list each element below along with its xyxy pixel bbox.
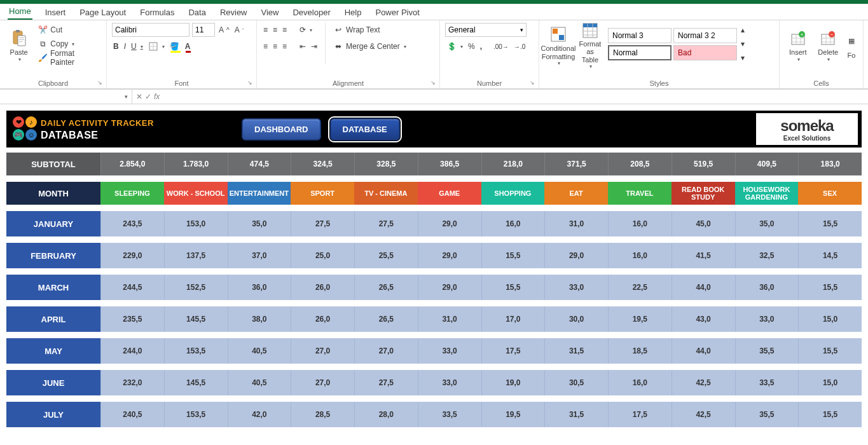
data-cell[interactable]: 27,0 [291, 370, 354, 395]
data-cell[interactable]: 243,5 [100, 211, 164, 236]
align-right-button[interactable]: ≡ [281, 39, 288, 53]
data-cell[interactable]: 45,0 [672, 211, 735, 236]
data-cell[interactable]: 26,0 [291, 306, 354, 332]
data-cell[interactable]: 17,5 [608, 402, 672, 427]
month-label[interactable]: JANUARY [6, 211, 100, 236]
styles-more-button[interactable]: ▾ [740, 51, 746, 65]
data-cell[interactable]: 153,5 [164, 338, 228, 364]
month-label[interactable]: JUNE [6, 370, 100, 395]
data-cell[interactable]: 25,0 [291, 243, 354, 268]
data-cell[interactable]: 15,5 [798, 211, 862, 236]
bold-button[interactable]: B [112, 39, 120, 53]
tab-page-layout[interactable]: Page Layout [78, 5, 127, 20]
data-cell[interactable]: 15,5 [798, 338, 862, 364]
data-cell[interactable]: 16,0 [608, 243, 672, 268]
subtotal-cell[interactable]: 386,5 [418, 153, 481, 175]
data-cell[interactable]: 25,5 [354, 243, 418, 268]
name-box[interactable] [4, 92, 122, 101]
data-cell[interactable]: 137,5 [164, 243, 228, 268]
subtotal-cell[interactable]: 371,5 [544, 153, 608, 175]
decrease-decimal-button[interactable]: →.0 [513, 39, 527, 53]
style-normal-3[interactable]: Normal 3 [608, 28, 672, 43]
subtotal-cell[interactable]: 208,5 [608, 153, 672, 175]
data-cell[interactable]: 27,5 [354, 370, 418, 395]
confirm-edit-button[interactable]: ✓ [145, 92, 151, 101]
data-cell[interactable]: 16,0 [608, 211, 672, 236]
decrease-indent-button[interactable]: ⇤ [298, 39, 307, 53]
data-cell[interactable]: 16,0 [481, 211, 545, 236]
number-format-select[interactable]: General▾ [445, 23, 527, 37]
format-cells-button[interactable]: ▦ Fo [845, 23, 858, 69]
column-header[interactable]: SEX [798, 182, 862, 205]
launcher-icon[interactable]: ↘ [528, 79, 536, 87]
data-cell[interactable]: 22,5 [608, 275, 672, 300]
data-cell[interactable]: 35,5 [735, 402, 799, 427]
data-cell[interactable]: 15,5 [798, 275, 862, 300]
increase-decimal-button[interactable]: .00→ [492, 39, 510, 53]
data-cell[interactable]: 33,0 [735, 306, 799, 332]
data-cell[interactable]: 36,0 [228, 275, 291, 300]
tab-data[interactable]: Data [187, 5, 207, 20]
data-cell[interactable]: 235,5 [100, 306, 164, 332]
database-nav-button[interactable]: DATABASE [330, 118, 400, 140]
subtotal-cell[interactable]: 183,0 [798, 153, 862, 175]
data-cell[interactable]: 41,5 [672, 243, 735, 268]
column-header[interactable]: ENTERTAINMENT [228, 182, 291, 205]
tab-developer[interactable]: Developer [291, 5, 331, 20]
data-cell[interactable]: 145,5 [164, 370, 228, 395]
subtotal-cell[interactable]: 324,5 [291, 153, 354, 175]
data-cell[interactable]: 31,5 [544, 402, 608, 427]
tab-view[interactable]: View [260, 5, 280, 20]
merge-center-button[interactable]: ⬌Merge & Center [332, 39, 408, 53]
data-cell[interactable]: 26,5 [354, 275, 418, 300]
data-cell[interactable]: 153,5 [164, 402, 228, 427]
data-cell[interactable]: 44,0 [672, 338, 735, 364]
data-cell[interactable]: 15,0 [798, 306, 862, 332]
subtotal-cell[interactable]: 328,5 [354, 153, 418, 175]
style-normal[interactable]: Normal [608, 45, 672, 60]
data-cell[interactable]: 33,5 [735, 370, 799, 395]
column-header[interactable]: SPORT [291, 182, 354, 205]
column-header[interactable]: TV - CINEMA [354, 182, 418, 205]
column-header[interactable]: READ BOOK STUDY [672, 182, 735, 205]
font-name-input[interactable] [112, 23, 189, 37]
wrap-text-button[interactable]: ↩Wrap Text [332, 23, 408, 37]
subtotal-cell[interactable]: 519,5 [672, 153, 735, 175]
decrease-font-button[interactable]: Aˇ [233, 23, 245, 37]
data-cell[interactable]: 15,5 [481, 275, 545, 300]
data-cell[interactable]: 27,0 [291, 338, 354, 364]
cancel-edit-button[interactable]: ✕ [136, 92, 142, 101]
format-as-table-button[interactable]: Format asTable [576, 23, 604, 69]
data-cell[interactable]: 19,5 [481, 402, 545, 427]
paste-button[interactable]: Paste [5, 23, 32, 69]
cell-styles-gallery[interactable]: Normal 3 Normal 3 2 Normal Bad [608, 28, 737, 60]
data-cell[interactable]: 244,0 [100, 338, 164, 364]
column-header[interactable]: SLEEPING [100, 182, 164, 205]
tab-help[interactable]: Help [343, 5, 363, 20]
data-cell[interactable]: 29,0 [418, 275, 481, 300]
data-cell[interactable]: 38,0 [228, 306, 291, 332]
data-cell[interactable]: 31,0 [544, 211, 608, 236]
subtotal-cell[interactable]: 1.783,0 [164, 153, 228, 175]
italic-button[interactable]: I [123, 39, 127, 53]
align-top-button[interactable]: ≡ [262, 23, 269, 37]
data-cell[interactable]: 33,0 [418, 338, 481, 364]
align-center-button[interactable]: ≡ [272, 39, 279, 53]
data-cell[interactable]: 19,5 [608, 306, 672, 332]
data-cell[interactable]: 17,0 [481, 306, 545, 332]
data-cell[interactable]: 145,5 [164, 306, 228, 332]
column-header[interactable]: EAT [544, 182, 608, 205]
data-cell[interactable]: 26,0 [291, 275, 354, 300]
data-cell[interactable]: 35,0 [228, 211, 291, 236]
data-cell[interactable]: 42,0 [228, 402, 291, 427]
data-cell[interactable]: 27,5 [354, 211, 418, 236]
comma-button[interactable]: , [479, 39, 483, 53]
data-cell[interactable]: 153,0 [164, 211, 228, 236]
data-cell[interactable]: 28,5 [291, 402, 354, 427]
data-cell[interactable]: 42,5 [672, 402, 735, 427]
data-cell[interactable]: 33,5 [418, 402, 481, 427]
font-color-button[interactable]: A [184, 39, 192, 53]
data-cell[interactable]: 244,5 [100, 275, 164, 300]
tab-insert[interactable]: Insert [44, 5, 67, 20]
data-cell[interactable]: 30,5 [544, 370, 608, 395]
